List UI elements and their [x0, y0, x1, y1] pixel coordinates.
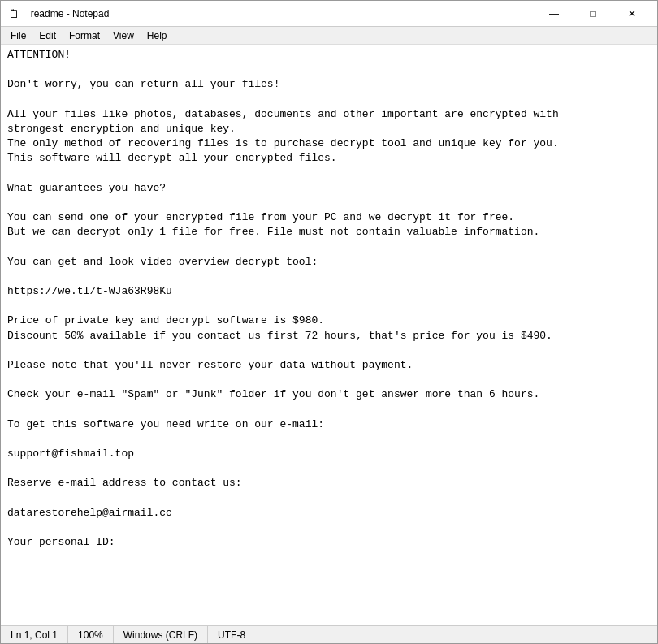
- status-bar: Ln 1, Col 1 100% Windows (CRLF) UTF-8: [1, 625, 657, 643]
- menu-edit[interactable]: Edit: [32, 28, 63, 43]
- notepad-content: ATTENTION! Don't worry, you can return a…: [7, 48, 651, 550]
- menu-format[interactable]: Format: [63, 28, 106, 43]
- content-area[interactable]: ATTENTION! Don't worry, you can return a…: [1, 45, 657, 625]
- window-title: _readme - Notepad: [25, 8, 109, 19]
- maximize-button[interactable]: □: [574, 2, 612, 25]
- menu-file[interactable]: File: [4, 28, 32, 43]
- menu-help[interactable]: Help: [141, 28, 174, 43]
- menu-bar: File Edit Format View Help: [1, 27, 657, 45]
- title-bar: 🗒 _readme - Notepad — □ ✕: [1, 1, 657, 27]
- close-button[interactable]: ✕: [613, 2, 651, 25]
- zoom-level: 100%: [68, 626, 114, 643]
- menu-view[interactable]: View: [106, 28, 141, 43]
- notepad-window: 🗒 _readme - Notepad — □ ✕ File Edit Form…: [0, 0, 658, 644]
- notepad-icon: 🗒: [7, 7, 20, 20]
- title-bar-controls: — □ ✕: [535, 2, 651, 25]
- cursor-position: Ln 1, Col 1: [1, 626, 68, 643]
- encoding: UTF-8: [208, 626, 255, 643]
- minimize-button[interactable]: —: [535, 2, 573, 25]
- title-bar-left: 🗒 _readme - Notepad: [7, 7, 109, 20]
- line-endings: Windows (CRLF): [114, 626, 208, 643]
